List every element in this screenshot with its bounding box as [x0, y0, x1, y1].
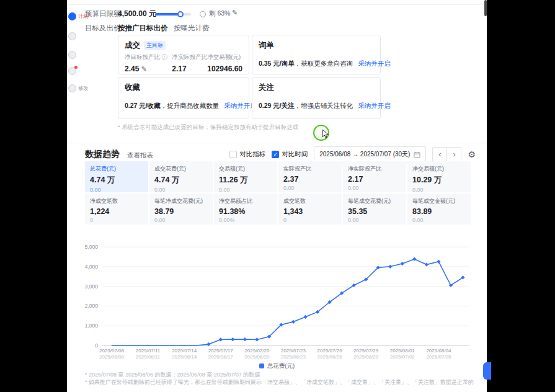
view-report-link[interactable]: 查看报表 — [127, 151, 153, 160]
svg-text:2025/06/11: 2025/06/11 — [136, 354, 161, 360]
suggestion-desc: ，增强店铺关注转化 — [295, 102, 353, 109]
anchor-nav-dot-icon[interactable] — [68, 84, 76, 92]
anchor-nav-dot-icon[interactable] — [68, 51, 76, 59]
svg-text:2025/07/17: 2025/07/17 — [208, 348, 234, 354]
compare-time-checkbox[interactable]: ✓ 对比时间 — [272, 150, 308, 159]
tab-bid-by-impression[interactable]: 按曝光计费 — [174, 24, 210, 33]
metric-card-value: 1,343 — [283, 207, 337, 216]
scrollbar-thumb[interactable] — [484, 0, 487, 16]
goal-card-title: 成交 — [125, 40, 140, 51]
budget-value: 4,500.00 元 — [118, 9, 156, 19]
goal-card-follow[interactable]: 关注 0.29 元/关注，增强店铺关注转化采纳并开启 — [252, 77, 381, 119]
metric-card-label: 实际投产比 — [283, 165, 337, 173]
calendar-icon — [414, 151, 420, 158]
suggestion-desc: ，提升商品收藏数量 — [161, 102, 220, 109]
date-pager: ‹ › — [432, 147, 461, 162]
metric-label: 净目标投产比 — [125, 53, 160, 60]
anchor-nav-item[interactable] — [68, 51, 76, 59]
svg-text:2025/07/26: 2025/07/26 — [317, 348, 343, 354]
metric-card-compare-value: 0.00% — [219, 217, 272, 223]
svg-text:2025/07/05: 2025/07/05 — [426, 354, 451, 360]
metric-card-value: 4.74 万 — [90, 175, 143, 185]
metric-card-value: 38.79 — [154, 207, 208, 216]
suggestion-desc: ，获取更多意向咨询 — [295, 60, 353, 67]
chart-legend: 总花费(元) — [67, 362, 487, 370]
anchor-nav-dot-icon[interactable] — [68, 67, 76, 75]
metric-value: 2.45 — [125, 65, 139, 73]
edit-roi-icon[interactable]: ✎ — [141, 65, 147, 73]
metric-card[interactable]: 交易额(元)11.26 万0.00 — [214, 161, 277, 192]
metric-card[interactable]: 净交易额占比91.38%0.00% — [214, 194, 277, 225]
adopt-and-enable-link[interactable]: 采纳并开启 — [358, 102, 391, 109]
metric-card-compare-value: 0.00 — [348, 217, 401, 223]
anchor-nav-item[interactable] — [68, 67, 76, 75]
adopt-and-enable-link[interactable]: 采纳并开启 — [358, 60, 391, 67]
goal-card-favorite[interactable]: 收藏 0.27 元/收藏，提升商品收藏数量采纳并开启 — [118, 77, 249, 119]
metric-card-label: 交易额(元) — [219, 165, 272, 173]
svg-text:2025/06/20: 2025/06/20 — [244, 354, 270, 360]
budget-slider[interactable] — [155, 13, 191, 16]
anchor-nav-dot-icon[interactable] — [68, 32, 76, 40]
prev-period-button[interactable]: ‹ — [433, 148, 447, 161]
metric-card-label: 每笔成交金额(元) — [412, 197, 466, 205]
metric-card-compare-value: 0.00 — [90, 187, 143, 193]
svg-text:2025/06/26: 2025/06/26 — [317, 354, 343, 360]
campaign-detail-panel: 计划详情修改记录 预算日限额: 4,500.00 元 剩 63% ✎ 目标及出价… — [67, 0, 487, 392]
metric-card-value: 4.74 万 — [154, 175, 208, 185]
goal-card-inquiry[interactable]: 询单 0.35 元/询单，获取更多意向咨询采纳并开启 — [252, 35, 381, 74]
svg-text:2025/07/23: 2025/07/23 — [281, 348, 306, 354]
svg-text:2025/07/29: 2025/07/29 — [353, 348, 379, 354]
anchor-nav-item[interactable] — [68, 32, 76, 40]
budget-edit-icon[interactable]: ✎ — [232, 9, 238, 17]
svg-text:2025/08/04: 2025/08/04 — [426, 348, 451, 354]
metric-card[interactable]: 成交笔数1,3430 — [278, 194, 342, 225]
metric-card-compare-value: 0.00 — [219, 187, 272, 193]
metric-card[interactable]: 成交花费(元)4.74 万0.00 — [149, 161, 213, 192]
anchor-nav-label: 修改记录 — [78, 85, 88, 92]
alert-badge — [74, 66, 78, 69]
metric-card-label: 净交易额(元) — [412, 165, 466, 173]
metric-card-value: 83.89 — [412, 207, 466, 216]
metric-card[interactable]: 每笔成交花费(元)35.350.00 — [343, 194, 406, 225]
checkbox-unchecked[interactable] — [229, 151, 237, 158]
svg-text:4,000: 4,000 — [85, 264, 99, 270]
anchor-nav-dot-icon[interactable] — [68, 12, 76, 20]
metric-card[interactable]: 净成交笔数1,2240 — [85, 194, 148, 225]
metric-card-value: 91.38% — [219, 207, 272, 216]
suggestion-price: 0.35 元/询单 — [259, 60, 295, 67]
checkbox-checked[interactable]: ✓ — [272, 151, 279, 158]
section-divider — [67, 143, 487, 143]
chart-settings-gear-icon[interactable]: ⚙ — [468, 149, 476, 159]
info-icon[interactable]: ⓘ — [162, 53, 168, 60]
svg-text:2025/07/08: 2025/07/08 — [99, 348, 125, 354]
metric-card-label: 每笔成交花费(元) — [348, 197, 401, 205]
tab-bid-by-goal[interactable]: 按推广目标出价 — [118, 24, 168, 33]
metric-card-value: 11.26 万 — [219, 175, 272, 185]
compare-date-range-picker[interactable]: 2025/06/08 → 2025/07/07 (30天) — [314, 146, 426, 163]
trends-controls: 对比指标 ✓ 对比时间 2025/06/08 → 2025/07/07 (30天… — [229, 146, 476, 163]
metric-card[interactable]: 每笔成交金额(元)83.890.00 — [407, 194, 471, 225]
metric-card-value: 35.35 — [348, 207, 401, 216]
metric-card[interactable]: 净交易额(元)10.29 万0.00 — [407, 161, 471, 192]
svg-text:2025/06/23: 2025/06/23 — [281, 354, 306, 360]
budget-remaining-icon — [200, 11, 206, 17]
compare-metric-checkbox[interactable]: 对比指标 — [229, 150, 265, 159]
metric-summary-grid: 总花费(元)4.74 万0.00成交花费(元)4.74 万0.00交易额(元)1… — [85, 161, 471, 225]
metric-label: 净实际投产比 — [172, 53, 207, 61]
goal-card-deal[interactable]: 成交主目标 净目标投产比 ⓘ 2.45 ✎ 净实际投产比 2.17 净交易额(元… — [118, 35, 249, 74]
metric-card[interactable]: 每笔净成交花费(元)38.790.00 — [149, 194, 213, 225]
svg-text:3,000: 3,000 — [85, 283, 99, 290]
floating-side-tab[interactable] — [483, 362, 491, 380]
svg-text:1,000: 1,000 — [85, 323, 99, 329]
anchor-nav-item[interactable]: 修改记录 — [68, 84, 88, 92]
budget-slider-handle[interactable] — [177, 11, 184, 17]
metric-card[interactable]: 实际投产比2.370.00 — [278, 161, 342, 192]
next-period-button[interactable]: › — [447, 148, 461, 161]
metric-card[interactable]: 总花费(元)4.74 万0.00 — [85, 161, 148, 192]
budget-remaining: 剩 63% — [209, 9, 230, 18]
metric-card-compare-value: 0 — [283, 217, 337, 223]
goal-card-title: 收藏 — [125, 82, 140, 93]
compare-metric-label: 对比指标 — [239, 150, 265, 159]
metric-card[interactable]: 净实际投产比2.170.00 — [343, 161, 406, 192]
trends-title: 数据趋势 — [85, 149, 120, 160]
